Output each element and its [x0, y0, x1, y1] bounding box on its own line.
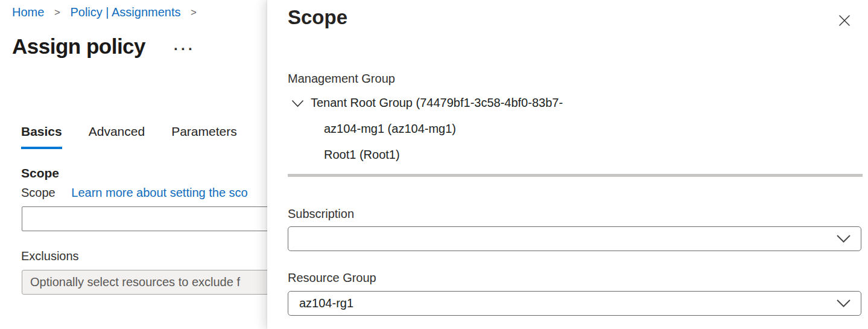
resource-group-dropdown[interactable]: az104-rg1: [288, 291, 861, 316]
panel-title: Scope: [288, 6, 347, 29]
chevron-down-icon[interactable]: [291, 100, 304, 107]
tab-bar: Basics Advanced Parameters: [21, 124, 264, 149]
learn-more-link[interactable]: Learn more about setting the sco: [71, 186, 247, 199]
chevron-down-icon: [836, 299, 851, 308]
more-options-button[interactable]: ···: [174, 46, 195, 52]
exclusions-label: Exclusions: [21, 249, 79, 263]
subscription-dropdown[interactable]: [288, 226, 861, 251]
scope-panel: Scope Management Group Tenant Root Group…: [267, 0, 868, 329]
tree-item-label: az104-mg1 (az104-mg1): [324, 121, 456, 136]
divider: [288, 174, 863, 177]
scope-section-heading: Scope: [21, 166, 59, 180]
scope-field-label: Scope: [21, 186, 55, 199]
tab-advanced[interactable]: Advanced: [89, 124, 145, 149]
resource-group-value: az104-rg1: [299, 296, 836, 310]
tab-basics[interactable]: Basics: [21, 124, 62, 149]
chevron-down-icon: [836, 234, 851, 243]
breadcrumb: Home > Policy | Assignments >: [12, 5, 203, 19]
tree-item-label: Root1 (Root1): [324, 147, 400, 162]
tree-item-root1[interactable]: Root1 (Root1): [324, 147, 400, 162]
tab-parameters[interactable]: Parameters: [171, 124, 237, 149]
close-icon[interactable]: [835, 11, 854, 30]
management-group-label: Management Group: [288, 72, 395, 86]
breadcrumb-home[interactable]: Home: [12, 5, 44, 19]
tree-item-az104-mg1[interactable]: az104-mg1 (az104-mg1): [324, 121, 456, 136]
breadcrumb-separator-icon: >: [191, 7, 197, 18]
breadcrumb-separator-icon: >: [54, 7, 60, 18]
resource-group-label: Resource Group: [288, 271, 376, 285]
page-title: Assign policy: [12, 34, 145, 59]
tree-item-tenant-root-group[interactable]: Tenant Root Group (74479bf1-3c58-4bf0-83…: [291, 95, 563, 110]
tree-item-label: Tenant Root Group (74479bf1-3c58-4bf0-83…: [311, 95, 563, 110]
breadcrumb-policy-assignments[interactable]: Policy | Assignments: [70, 5, 180, 19]
subscription-label: Subscription: [288, 207, 354, 221]
